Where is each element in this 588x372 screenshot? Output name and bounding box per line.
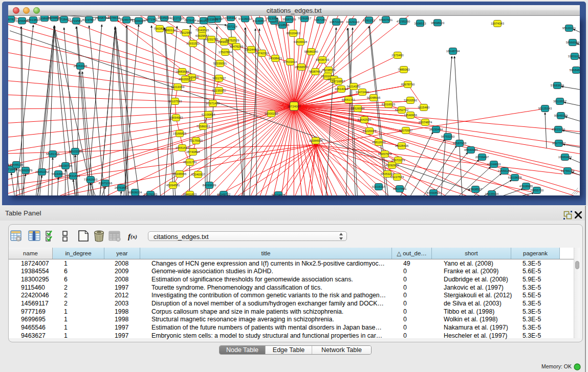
svg-text:31429110: 31429110 [346,20,360,24]
svg-text:41227216: 41227216 [170,17,184,20]
svg-text:45935572: 45935572 [179,78,192,81]
svg-text:85345555: 85345555 [173,172,187,176]
svg-text:4335942: 4335942 [225,16,237,19]
svg-text:23556182: 23556182 [498,169,512,172]
svg-text:48840994: 48840994 [464,148,478,151]
svg-text:81971316: 81971316 [99,182,113,185]
svg-text:58966946: 58966946 [566,41,580,44]
svg-text:25374874: 25374874 [419,121,432,124]
svg-text:19335534: 19335534 [485,192,499,195]
svg-text:45551614: 45551614 [176,146,189,149]
svg-text:26753883: 26753883 [115,186,128,189]
svg-text:18883684: 18883684 [176,70,189,73]
svg-text:8090293: 8090293 [363,19,375,22]
svg-text:96028436: 96028436 [395,144,409,147]
svg-text:55667651: 55667651 [379,18,393,21]
svg-text:83197857: 83197857 [82,18,96,21]
svg-text:3912954: 3912954 [180,31,192,34]
svg-text:70855700: 70855700 [530,189,544,192]
svg-text:(x): (x) [130,233,137,240]
svg-text:12213369: 12213369 [171,85,185,89]
svg-text:43101783: 43101783 [183,161,197,164]
svg-text:23718431: 23718431 [8,168,18,171]
svg-text:84093639: 84093639 [203,184,216,187]
svg-text:7357224: 7357224 [225,25,237,28]
svg-text:49392920: 49392920 [385,164,399,167]
svg-text:24716857: 24716857 [332,80,345,83]
svg-text:55657579: 55657579 [378,152,392,156]
svg-text:38119557: 38119557 [553,100,567,103]
svg-text:45812670: 45812670 [372,141,386,144]
svg-text:94214382: 94214382 [347,85,361,88]
svg-text:93016315: 93016315 [372,185,386,188]
svg-text:18526544: 18526544 [351,107,365,110]
svg-text:81016525: 81016525 [382,103,396,106]
svg-text:39587039: 39587039 [282,18,296,21]
svg-text:21668732: 21668732 [95,16,109,19]
svg-text:60929647: 60929647 [195,34,209,37]
svg-text:24972279: 24972279 [391,159,405,162]
svg-text:2173493: 2173493 [391,54,404,57]
svg-text:71662963: 71662963 [84,178,98,181]
svg-text:18724007: 18724007 [287,105,301,108]
svg-text:10872248: 10872248 [330,20,343,24]
svg-text:71586053: 71586053 [197,125,210,128]
svg-text:87490893: 87490893 [427,191,441,194]
svg-text:31472420: 31472420 [356,91,369,94]
svg-text:60806024: 60806024 [128,191,142,194]
svg-text:53524491: 53524491 [245,48,258,51]
svg-text:47308985: 47308985 [519,185,533,188]
svg-text:97971488: 97971488 [206,102,220,105]
svg-text:61220073: 61220073 [363,129,377,133]
svg-text:61019678: 61019678 [508,176,522,179]
svg-text:29175900: 29175900 [189,139,203,142]
svg-text:40587988: 40587988 [453,142,467,145]
svg-text:9478454: 9478454 [184,19,197,22]
svg-text:72043515: 72043515 [195,29,209,32]
svg-text:19218506: 19218506 [276,24,290,27]
svg-text:19384554: 19384554 [309,139,323,142]
svg-text:95320121: 95320121 [562,27,576,30]
svg-text:76238574: 76238574 [322,69,336,72]
svg-text:38898923: 38898923 [431,21,445,25]
svg-text:84752529: 84752529 [226,39,239,42]
svg-text:70291817: 70291817 [298,17,312,20]
svg-text:16150444: 16150444 [429,128,443,131]
svg-text:63606628: 63606628 [294,40,308,43]
svg-text:90048665: 90048665 [367,96,381,99]
svg-text:45264581: 45264581 [166,184,180,187]
svg-text:3608513: 3608513 [414,22,426,25]
svg-text:9115460: 9115460 [418,106,430,109]
svg-text:10107553: 10107553 [168,100,182,103]
svg-text:61642594: 61642594 [358,118,372,121]
svg-text:58586340: 58586340 [304,50,318,53]
svg-text:22448136: 22448136 [10,163,24,166]
svg-text:52235350: 52235350 [212,89,226,92]
svg-text:39436733: 39436733 [316,58,330,61]
svg-text:45503389: 45503389 [69,150,82,153]
svg-text:83140807: 83140807 [253,19,267,23]
svg-text:28053346: 28053346 [74,64,88,68]
svg-text:82070937: 82070937 [399,129,413,132]
svg-text:16648794: 16648794 [446,50,460,53]
svg-text:2719583: 2719583 [70,19,82,23]
svg-text:8078673: 8078673 [108,16,120,19]
svg-text:18300295: 18300295 [265,112,278,115]
svg-text:20576383: 20576383 [144,193,158,195]
svg-text:98753260: 98753260 [441,135,455,138]
svg-text:22981052: 22981052 [35,170,49,173]
svg-text:41244663: 41244663 [487,163,501,166]
svg-text:39476249: 39476249 [230,45,244,48]
svg-text:47295260: 47295260 [397,20,410,23]
svg-text:40742311: 40742311 [255,52,269,55]
svg-text:2571945: 2571945 [145,18,158,21]
svg-text:58181396: 58181396 [46,152,60,156]
svg-text:60992979: 60992979 [19,169,33,172]
svg-text:13999315: 13999315 [132,19,146,23]
svg-text:31931511: 31931511 [186,42,200,45]
svg-text:58537831: 58537831 [393,187,407,190]
svg-text:35808537: 35808537 [469,188,483,191]
svg-text:31831063: 31831063 [568,55,580,58]
svg-text:66661351: 66661351 [342,98,356,101]
svg-text:97226012: 97226012 [238,17,252,20]
